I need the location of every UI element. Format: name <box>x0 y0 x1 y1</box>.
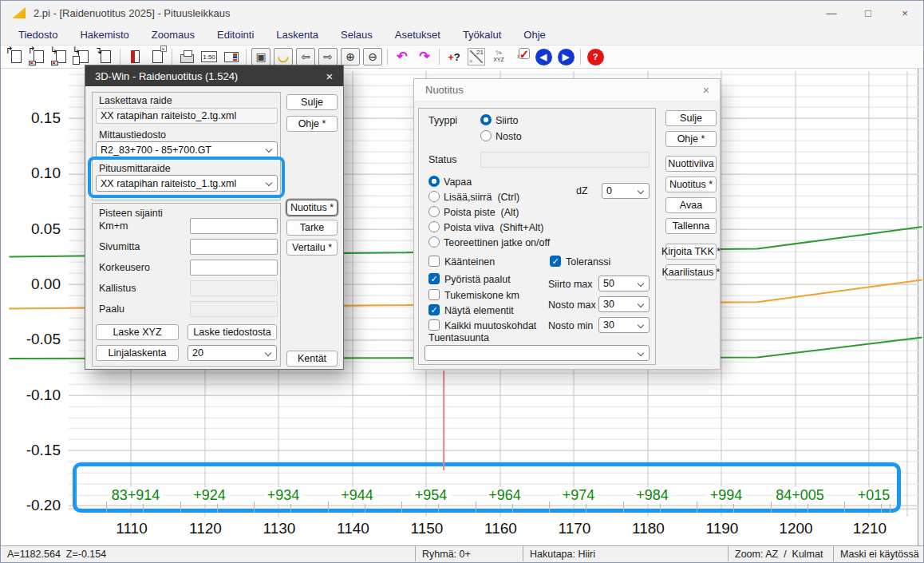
checkbox-kaikki[interactable] <box>428 319 440 331</box>
checkbox-label: Pyöristä paalut <box>444 274 511 285</box>
undo-icon[interactable]: ↶ <box>391 46 413 67</box>
interval-combobox[interactable]: 20 <box>188 345 277 361</box>
mode-radio[interactable] <box>428 236 440 248</box>
toleranssi-checkbox[interactable]: ✓ <box>550 256 561 267</box>
prev-element-icon[interactable]: ◀ <box>532 46 555 67</box>
menu-ohje[interactable]: Ohje <box>512 26 556 43</box>
nosto-min-combobox[interactable]: 30 <box>598 317 650 333</box>
approve-points-icon[interactable]: ××✓ <box>510 46 532 67</box>
nosto-max-combobox[interactable]: 30 <box>598 296 650 312</box>
dialog-raidenuotitus-close-icon[interactable]: × <box>316 65 343 86</box>
menu-zoomaus[interactable]: Zoomaus <box>140 26 206 43</box>
mittaustiedosto-value: R2_83+700 - 85+700.GT <box>101 145 211 156</box>
menu-asetukset[interactable]: Asetukset <box>384 26 452 43</box>
kirjoita-tkk-button[interactable]: Kirjoita TKK * <box>665 244 717 260</box>
avaabutton[interactable]: Avaa <box>665 197 717 213</box>
help-icon[interactable]: ? <box>584 46 606 67</box>
checkbox-label: Tukemiskone km <box>444 290 519 301</box>
pisteen-sijainti-label: Pisteen sijainti <box>99 208 163 219</box>
tuentasuunta-combobox[interactable] <box>424 345 650 361</box>
maximize-button[interactable]: □ <box>850 1 886 25</box>
mittaustiedosto-combobox[interactable]: R2_83+700 - 85+700.GT <box>96 141 278 158</box>
zoom-out-icon[interactable]: ⊖ <box>361 46 384 67</box>
tyyppi-radio-nosto[interactable] <box>480 130 492 141</box>
open-file-icon[interactable]: ↱ <box>5 46 27 67</box>
x-tick-label: 1190 <box>706 520 739 537</box>
combo-value: 30 <box>603 319 614 331</box>
x-tick-label: 1170 <box>559 520 591 537</box>
laske-tiedostosta-button[interactable]: Laske tiedostosta <box>188 324 277 340</box>
nuotitus-button[interactable]: Nuotitus * <box>286 200 338 216</box>
tarkebutton[interactable]: Tarke <box>286 220 338 236</box>
point-info-icon[interactable]: +? <box>443 46 465 67</box>
coordinates-xyz-icon[interactable]: °⁄+XYZ <box>488 46 510 67</box>
point-info-icon-glyph: +? <box>448 51 460 63</box>
mode-option-label: Lisää,siirrä (Ctrl) <box>444 192 519 203</box>
linjalaskenta-button[interactable]: Linjalaskenta <box>96 345 179 361</box>
menubar: TiedostoHakemistoZoomausEditointiLaskent… <box>1 25 923 45</box>
nuottiviivabutton[interactable]: Nuottiviiva <box>665 156 717 172</box>
checkbox-pyöristä[interactable]: ✓ <box>428 273 440 284</box>
dialog-raidenuotitus-titlebar[interactable]: 3D-Win - Raidenuotitus (1.524) × <box>85 65 343 86</box>
mode-radio[interactable] <box>428 176 440 187</box>
help-icon-glyph: ? <box>587 49 604 65</box>
close-file-icon-glyph: × <box>152 50 163 63</box>
fit-screen-icon-glyph: ▣ <box>251 48 270 65</box>
checkbox-näytä[interactable]: ✓ <box>428 304 440 315</box>
menu-hakemisto[interactable]: Hakemisto <box>69 26 140 43</box>
tallennabutton[interactable]: Tallenna <box>665 218 717 234</box>
mode-radio[interactable] <box>428 221 440 232</box>
tyyppi-radio-siirto[interactable] <box>480 114 492 125</box>
x-tick-label: 1210 <box>853 520 886 537</box>
dz-combobox[interactable]: 0 <box>602 183 650 199</box>
chevron-down-icon <box>638 301 644 307</box>
dialog-nuotitus-close-icon[interactable]: × <box>693 79 720 101</box>
vertailu-button[interactable]: Vertailu * <box>286 240 338 256</box>
next-element-icon[interactable]: ▶ <box>555 46 577 67</box>
zoom-banana-icon-glyph: ◡ <box>274 48 293 65</box>
toolbar-separator <box>120 49 120 65</box>
station-label: +954 <box>413 487 450 504</box>
laske-xyz-button[interactable]: Laske XYZ <box>96 324 179 340</box>
mode-radio[interactable] <box>428 191 440 202</box>
menu-editointi[interactable]: Editointi <box>206 26 265 43</box>
km+m-field[interactable] <box>190 218 278 234</box>
point-numbering-icon[interactable]: 21× <box>465 46 488 67</box>
arrow-glyph: ↴ <box>95 46 103 55</box>
checkbox-käänteinen[interactable] <box>428 256 440 267</box>
sivumitta-field[interactable] <box>190 239 278 255</box>
x-tick-label: 1150 <box>411 520 444 537</box>
ohje-button[interactable]: Ohje * <box>665 131 717 147</box>
nuotitus-button[interactable]: Nuotitus * <box>665 176 717 192</box>
open-add-file-icon[interactable]: ↱ <box>27 46 49 67</box>
siirto-max-combobox[interactable]: 50 <box>598 276 650 291</box>
plot-window-icon-glyph <box>224 52 239 62</box>
disk-badge <box>51 61 58 65</box>
x-badge: × <box>160 46 167 52</box>
x-tick-label: 1130 <box>263 520 296 537</box>
mode-radio[interactable] <box>428 206 440 217</box>
korkeusero-field[interactable] <box>190 260 278 276</box>
suljebutton[interactable]: Sulje <box>286 94 338 110</box>
station-label: 84+005 <box>773 487 827 504</box>
kaarilistaus-button[interactable]: Kaarilistaus * <box>665 264 717 280</box>
dialog-nuotitus-titlebar[interactable]: Nuotitus × <box>414 79 720 101</box>
save-file-icon[interactable]: ↳ <box>49 46 72 67</box>
checkbox-tukemiskone[interactable] <box>428 289 440 300</box>
menu-tiedosto[interactable]: Tiedosto <box>7 26 69 43</box>
km+m-label: Km+m <box>99 220 128 232</box>
close-button[interactable]: × <box>886 1 923 25</box>
minimize-button[interactable]: — <box>813 1 850 25</box>
titlebar[interactable]: 2.pi - [Raidenuotitus 2025] - Pituusleik… <box>1 1 923 25</box>
menu-laskenta[interactable]: Laskenta <box>265 26 330 43</box>
ohje-button[interactable]: Ohje * <box>286 116 338 132</box>
redo-icon[interactable]: ↷ <box>413 46 436 67</box>
suljebutton[interactable]: Sulje <box>665 110 717 126</box>
x-tick-label: 1110 <box>116 520 147 537</box>
menu-työkalut[interactable]: Työkalut <box>452 26 512 43</box>
tyyppi-label: Tyyppi <box>428 115 457 126</box>
kentätbutton[interactable]: Kentät <box>286 351 338 367</box>
checkbox-label: Kaikki muutoskohdat <box>444 320 536 331</box>
arrow-glyph: ↳ <box>50 46 58 55</box>
menu-selaus[interactable]: Selaus <box>330 26 384 43</box>
